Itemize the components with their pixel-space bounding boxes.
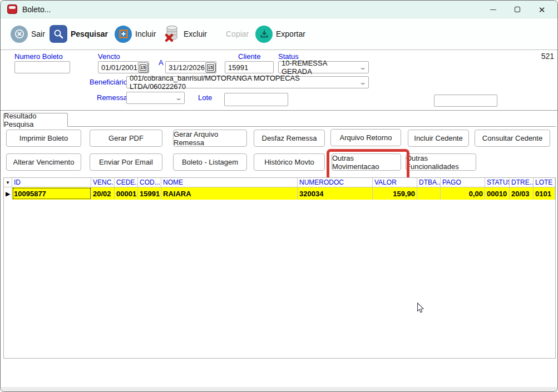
cell-dtre[interactable]: 20/03 — [510, 187, 534, 200]
cell-status[interactable]: 00010 — [485, 187, 510, 200]
export-download-icon — [255, 26, 273, 43]
chevron-down-icon: ⌄ — [175, 94, 182, 102]
cell-nome[interactable]: RAIARA — [161, 187, 298, 200]
cell-venc[interactable]: 20/02 — [91, 187, 115, 200]
status-select[interactable]: 10-REMESSA GERADA ⌄ — [278, 61, 369, 73]
sair-button[interactable]: Sair — [11, 18, 45, 49]
close-icon: ✕ — [539, 6, 546, 14]
boleto-listagem-button[interactable]: Boleto - Listagem — [173, 153, 247, 171]
beneficiario-select[interactable]: 001/cobranca_banrisul/MOTORANGA MOTOPECA… — [126, 76, 369, 88]
titlebar: Boleto... ✕ — [1, 1, 557, 18]
record-count: 521 — [541, 52, 554, 61]
chevron-down-icon: ⌄ — [359, 63, 367, 71]
enviar-por-email-button[interactable]: Enviar Por Email — [90, 153, 162, 171]
filter-panel: Numero Boleto Vencto 01/01/2001 15 A 31/… — [1, 51, 557, 110]
boleto-window: Boleto... ✕ Sair Pesquisar Incluir — [0, 0, 558, 392]
cliente-label: Cliente — [238, 52, 260, 61]
cell-cede[interactable]: 00001 — [115, 187, 138, 200]
close-button[interactable]: ✕ — [530, 1, 554, 18]
gerar-arquivo-remessa-button[interactable]: Gerar Arquivo Remessa — [173, 130, 247, 147]
consultar-cedente-button[interactable]: Consultar Cedente — [475, 130, 550, 147]
table-row[interactable]: ▶ 10095877 20/02 00001 15991 RAIARA 3200… — [4, 187, 555, 200]
grid-header-row: ▼ ID VENC... CEDE... COD... NOME NUMEROD… — [4, 178, 555, 187]
arquivo-retorno-button[interactable]: Arquivo Retorno — [330, 129, 401, 146]
extra-input[interactable] — [434, 95, 497, 107]
calendar-icon[interactable]: 15 — [205, 62, 215, 72]
chevron-down-icon: ⌄ — [359, 78, 367, 86]
beneficiario-value: 001/cobranca_banrisul/MOTORANGA MOTOPECA… — [130, 74, 358, 91]
minimize-button[interactable] — [481, 1, 505, 18]
maximize-button[interactable] — [505, 1, 530, 18]
calendar-icon[interactable]: 15 — [138, 62, 148, 72]
row-marker-icon: ▶ — [4, 187, 12, 200]
add-icon — [115, 26, 132, 43]
exportar-label: Exportar — [276, 29, 305, 38]
cell-dtba[interactable] — [417, 187, 441, 200]
cell-numerodoc[interactable]: 320034 — [298, 187, 373, 200]
remessa-select[interactable]: ⌄ — [126, 92, 185, 104]
tab-page-line — [68, 126, 556, 127]
exportar-button[interactable]: Exportar — [255, 18, 305, 49]
minimize-icon — [490, 9, 496, 10]
results-grid[interactable]: ▼ ID VENC... CEDE... COD... NOME NUMEROD… — [3, 177, 556, 359]
filter-triangle-icon[interactable]: ▼ — [4, 178, 12, 187]
delete-database-icon — [164, 24, 180, 43]
tab-resultado-pesquisa[interactable]: Resultado Pesquisa — [3, 113, 68, 127]
column-header-dtba[interactable]: DTBA... — [417, 178, 441, 187]
cell-valor[interactable]: 159,90 — [373, 187, 417, 200]
copiar-label: Copiar — [226, 29, 249, 38]
sair-label: Sair — [31, 29, 45, 38]
column-header-venc[interactable]: VENC... — [91, 178, 115, 187]
window-bottom-edge — [1, 387, 557, 391]
cell-cod[interactable]: 15991 — [138, 187, 161, 200]
cell-pago[interactable]: 0,00 — [441, 187, 485, 200]
window-controls: ✕ — [481, 1, 554, 18]
excluir-label: Excluir — [184, 29, 207, 38]
historico-movto-button[interactable]: Histórico Movto — [254, 153, 325, 171]
column-header-numerodoc[interactable]: NUMERODOC — [298, 178, 373, 187]
column-header-id[interactable]: ID — [12, 178, 91, 187]
gerar-pdf-button[interactable]: Gerar PDF — [90, 130, 162, 147]
copiar-button[interactable]: Copiar — [226, 18, 249, 49]
outras-funcionalidades-button[interactable]: Outras Funcionalidades — [406, 153, 476, 171]
numero-boleto-input[interactable] — [14, 61, 70, 73]
excluir-button[interactable]: Excluir — [164, 18, 207, 49]
cell-lote[interactable]: 0101 — [534, 187, 555, 200]
exit-icon — [11, 26, 28, 43]
toolbar: Sair Pesquisar Incluir — [1, 18, 557, 50]
vencto-label: Vencto — [98, 52, 120, 61]
column-header-lote[interactable]: LOTE — [534, 178, 555, 187]
column-header-cede[interactable]: CEDE... — [115, 178, 138, 187]
column-header-pago[interactable]: PAGO — [441, 178, 485, 187]
column-header-dtre[interactable]: DTRE... — [510, 178, 534, 187]
lote-input[interactable] — [224, 93, 288, 106]
incluir-label: Incluir — [135, 29, 156, 38]
column-header-nome[interactable]: NOME — [161, 178, 298, 187]
pesquisar-label: Pesquisar — [71, 29, 108, 38]
status-value: 10-REMESSA GERADA — [282, 59, 358, 76]
maximize-icon — [515, 7, 520, 12]
column-header-cod[interactable]: COD... — [138, 178, 161, 187]
vencto-range-separator: A — [159, 58, 164, 67]
incluir-button[interactable]: Incluir — [115, 18, 156, 49]
beneficiario-label: Beneficiário — [90, 78, 127, 86]
numero-boleto-label: Numero Boleto — [14, 52, 63, 61]
lote-label: Lote — [198, 93, 212, 102]
cell-id[interactable]: 10095877 — [12, 187, 91, 200]
pesquisar-button[interactable]: Pesquisar — [50, 18, 108, 49]
imprimir-boleto-button[interactable]: Imprimir Boleto — [6, 130, 81, 147]
tab-strip-line — [1, 110, 557, 111]
remessa-label: Remessa — [97, 93, 127, 102]
desfaz-remessa-button[interactable]: Desfaz Remessa — [254, 130, 325, 147]
boleto-app-icon — [7, 4, 17, 14]
tab-label: Resultado Pesquisa — [4, 112, 67, 128]
window-title: Boleto... — [22, 5, 51, 14]
incluir-cedente-button[interactable]: Incluir Cedente — [408, 130, 469, 147]
column-header-status[interactable]: STATUS — [485, 178, 510, 187]
column-header-valor[interactable]: VALOR — [373, 178, 417, 187]
outras-movimentacao-button[interactable]: Outras Movimentacao — [332, 153, 401, 171]
cliente-input[interactable]: 15991 — [225, 61, 274, 73]
search-icon — [50, 25, 67, 43]
alterar-vencimento-button[interactable]: Alterar Vencimento — [6, 153, 81, 171]
